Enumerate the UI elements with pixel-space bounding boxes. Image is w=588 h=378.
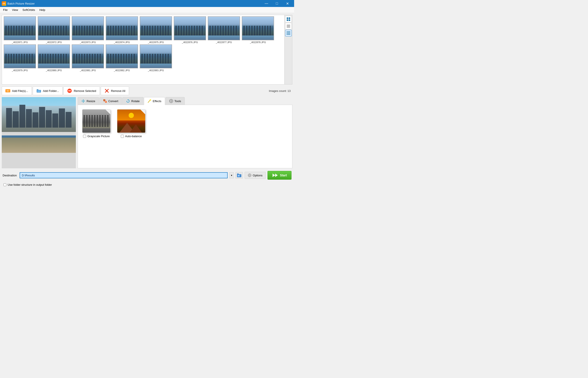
window-body: _4022871.JPG _4022872.JPG _40228: [0, 13, 294, 189]
effect-autobalance: Auto-balance: [117, 109, 145, 138]
remove-selected-button[interactable]: Remove Selected: [63, 86, 100, 95]
maximize-button[interactable]: □: [272, 0, 282, 7]
folder-structure-checkbox[interactable]: [3, 183, 6, 186]
remove-selected-label: Remove Selected: [74, 89, 96, 93]
bottom-row: Use folder structure in output folder: [2, 182, 292, 187]
list-item[interactable]: _4022882.JPG: [105, 44, 138, 72]
tab-rotate[interactable]: Rotate: [122, 97, 143, 105]
list-item[interactable]: _4022881.JPG: [71, 44, 104, 72]
list-item[interactable]: _4022871.JPG: [3, 16, 36, 43]
grayscale-thumbnail: [82, 109, 111, 133]
image-filename: _4022872.JPG: [46, 41, 62, 43]
autobalance-checkbox[interactable]: [121, 135, 124, 138]
destination-dropdown-button[interactable]: ▼: [229, 172, 234, 178]
svg-rect-12: [289, 31, 290, 32]
grayscale-label: Grayscale Picture: [87, 135, 110, 138]
tab-content-effects: Grayscale Picture: [78, 105, 292, 168]
image-filename: _4022874.JPG: [114, 41, 130, 43]
svg-marker-32: [83, 102, 84, 103]
menu-help[interactable]: Help: [37, 7, 47, 13]
tab-resize[interactable]: Resize: [78, 97, 99, 105]
grayscale-label-row: Grayscale Picture: [83, 135, 110, 138]
tab-resize-label: Resize: [86, 99, 95, 103]
window-controls: — □ ✕: [261, 0, 292, 7]
lower-section: Resize Convert: [2, 97, 292, 168]
list-item[interactable]: _4022875.JPG: [139, 16, 172, 43]
svg-rect-4: [289, 17, 290, 19]
add-files-label: Add File(s)...: [12, 89, 28, 93]
menu-file[interactable]: File: [1, 7, 10, 13]
menu-view[interactable]: View: [10, 7, 20, 13]
svg-rect-13: [287, 33, 287, 34]
convert-icon: [103, 99, 107, 103]
list-item[interactable]: _4022880.JPG: [37, 44, 71, 72]
svg-rect-18: [289, 34, 290, 35]
svg-text:+: +: [7, 90, 9, 92]
folder-structure-label: Use folder structure in output folder: [8, 183, 52, 186]
tab-effects-label: Effects: [153, 99, 161, 103]
list-item[interactable]: _4022874.JPG: [105, 16, 138, 43]
svg-marker-57: [275, 174, 278, 177]
tab-tools-label: Tools: [174, 99, 181, 103]
grayscale-checkbox[interactable]: [83, 135, 86, 138]
preview-panel: [2, 97, 76, 168]
destination-folder-button[interactable]: [235, 172, 243, 178]
add-folder-icon: [36, 88, 41, 93]
start-label: Start: [280, 174, 287, 177]
image-filename: _4022877.JPG: [216, 41, 232, 43]
tab-convert-label: Convert: [108, 99, 118, 103]
list-item[interactable]: _4022879.JPG: [3, 44, 36, 72]
svg-rect-7: [287, 25, 290, 25]
image-filename: _4022879.JPG: [12, 69, 28, 72]
window-title: Batch Picture Resizer: [7, 2, 261, 5]
tools-icon: [169, 99, 173, 103]
destination-input[interactable]: [20, 172, 228, 178]
svg-rect-5: [287, 19, 288, 21]
autobalance-thumbnail: [117, 109, 145, 133]
folder-structure-row: Use folder structure in output folder: [3, 183, 52, 186]
action-row: + Add File(s)... Add Folder... Remove: [2, 86, 292, 96]
add-folder-button[interactable]: Add Folder...: [33, 86, 63, 95]
autobalance-label-row: Auto-balance: [121, 135, 142, 138]
effects-grid: Grayscale Picture: [82, 109, 288, 138]
tab-rotate-label: Rotate: [131, 99, 140, 103]
svg-marker-31: [83, 99, 84, 100]
tabs-row: Resize Convert: [78, 97, 292, 105]
svg-point-50: [248, 174, 251, 177]
svg-rect-33: [103, 99, 105, 101]
list-item[interactable]: _4022883.JPG: [139, 44, 172, 72]
app-icon: [2, 1, 6, 6]
remove-all-label: Remove All: [111, 89, 125, 93]
svg-rect-16: [287, 34, 287, 35]
list-item[interactable]: _4022872.JPG: [37, 16, 71, 43]
image-grid: _4022871.JPG _4022872.JPG _40228: [2, 15, 284, 84]
close-button[interactable]: ✕: [282, 0, 292, 7]
minimize-button[interactable]: —: [261, 0, 272, 7]
tabs-panel: Resize Convert: [78, 97, 292, 168]
svg-marker-29: [82, 100, 82, 102]
tab-convert[interactable]: Convert: [100, 97, 122, 105]
add-folder-label: Add Folder...: [43, 89, 59, 93]
add-files-button[interactable]: + Add File(s)...: [2, 86, 32, 95]
resize-icon: [81, 99, 85, 103]
start-button[interactable]: Start: [268, 171, 291, 180]
image-filename: _4022878.JPG: [250, 41, 266, 43]
menu-softorbits[interactable]: SoftOrbits: [20, 7, 37, 13]
title-bar: Batch Picture Resizer — □ ✕: [0, 0, 294, 7]
remove-all-button[interactable]: Remove All: [101, 86, 129, 95]
options-button[interactable]: Options: [245, 172, 266, 179]
list-view-button[interactable]: [285, 23, 292, 29]
rotate-icon: [126, 99, 130, 103]
tab-effects[interactable]: Effects: [144, 97, 165, 105]
remove-selected-icon: [67, 88, 72, 93]
remove-all-icon: [104, 88, 109, 93]
grid-view-button[interactable]: [285, 30, 292, 36]
large-thumbnail-view-button[interactable]: [285, 16, 292, 22]
list-item[interactable]: _4022878.JPG: [241, 16, 274, 43]
image-filename: _4022875.JPG: [148, 41, 164, 43]
list-item[interactable]: _4022876.JPG: [173, 16, 206, 43]
tab-tools[interactable]: Tools: [165, 97, 185, 105]
svg-rect-9: [287, 27, 290, 27]
list-item[interactable]: _4022873.JPG: [71, 16, 104, 43]
list-item[interactable]: _4022877.JPG: [207, 16, 241, 43]
